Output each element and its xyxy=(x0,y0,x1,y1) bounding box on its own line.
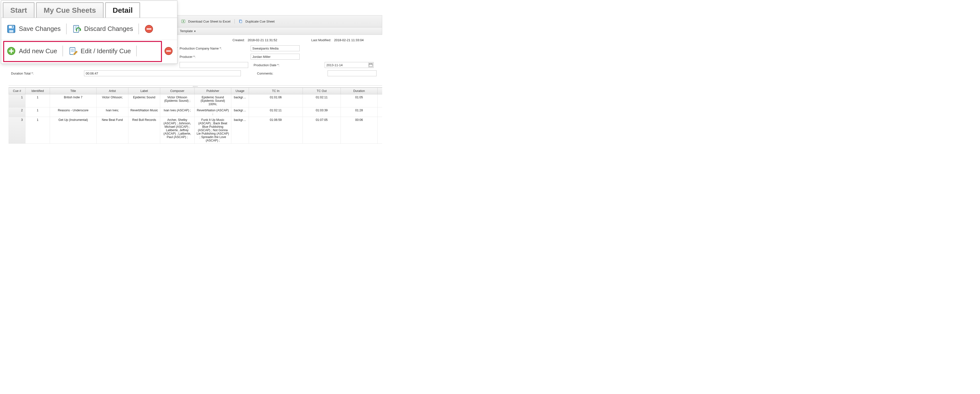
discard-changes-label: Discard Changes xyxy=(84,25,133,33)
prod-date-input[interactable] xyxy=(325,62,374,68)
tab-my-cue-sheets[interactable]: My Cue Sheets xyxy=(36,2,103,18)
add-icon xyxy=(6,46,16,56)
grid-resize-handle[interactable]: •••• xyxy=(9,86,382,88)
template-dropdown[interactable]: Template ▼ xyxy=(180,29,196,33)
cell-duration: 01:05 xyxy=(341,94,377,107)
col-usage[interactable]: Usage xyxy=(231,88,249,94)
save-changes-button[interactable]: Save Changes xyxy=(5,23,62,35)
cell-publisher: Epidemic Sound (Epidemic Sound) 100%; xyxy=(194,94,231,107)
svg-rect-18 xyxy=(147,28,151,29)
duplicate-icon xyxy=(239,19,243,23)
separator xyxy=(66,24,67,34)
svg-rect-21 xyxy=(9,51,14,52)
cell-tc-out: 01:07:05 xyxy=(303,117,341,144)
cell-usage: backgr… xyxy=(231,107,249,117)
col-composer[interactable]: Composer xyxy=(160,88,194,94)
cell-artist: Ivan Ives; xyxy=(97,107,128,117)
svg-rect-29 xyxy=(166,51,171,52)
cell-usage: backgr… xyxy=(231,94,249,107)
table-row[interactable]: 11British Indie 7Victor Ohlsson;Epidemic… xyxy=(9,94,382,107)
table-row[interactable]: 21Reasons - UnderscoreIvan Ives;ReverbNa… xyxy=(9,107,382,117)
cell-tc-in: 01:01:06 xyxy=(249,94,303,107)
col-artist[interactable]: Artist xyxy=(97,88,128,94)
excel-icon: X xyxy=(181,19,185,23)
col-cue-no[interactable]: Cue # xyxy=(9,88,25,94)
delete-button-1[interactable] xyxy=(143,23,154,35)
modified-value: 2018-02-21 11:33:04 xyxy=(334,38,364,42)
cell-identified: 1 xyxy=(25,107,50,117)
comments-input[interactable] xyxy=(328,70,377,76)
discard-changes-button[interactable]: Discard Changes xyxy=(70,23,135,35)
edit-identify-cue-button[interactable]: Edit / Identify Cue xyxy=(67,45,132,57)
col-tc-in[interactable]: TC In xyxy=(249,88,303,94)
duration-total-label: Duration Total *: xyxy=(11,72,33,75)
col-tc-out[interactable]: TC Out xyxy=(303,88,341,94)
cell-publisher: ReverbNation (ASCAP) ; xyxy=(194,107,231,117)
cell-composer: Ivan Ives (ASCAP) ; xyxy=(160,107,194,117)
cue-grid: •••• Cue # Identified Title Artist Label xyxy=(9,85,382,144)
cell-duration: 01:28 xyxy=(341,107,377,117)
cell-spacer xyxy=(377,107,382,117)
cell-tc-out: 01:03:39 xyxy=(303,107,341,117)
discard-icon xyxy=(72,24,81,33)
cell-usage: backgr… xyxy=(231,117,249,144)
modified-label: Last Modified: xyxy=(312,38,331,42)
cell-tc-out: 01:02:11 xyxy=(303,94,341,107)
col-duration[interactable]: Duration xyxy=(341,88,377,94)
overlay-toolbar-1: Save Changes Discard Changes xyxy=(1,18,177,40)
producer-input[interactable] xyxy=(251,54,300,60)
separator xyxy=(136,46,137,56)
separator xyxy=(138,24,139,34)
template-label: Template xyxy=(180,29,193,33)
unknown-input-1[interactable] xyxy=(180,62,248,68)
company-label: Production Company Name *: xyxy=(180,46,222,50)
cell-spacer xyxy=(377,94,382,107)
col-label[interactable]: Label xyxy=(128,88,160,94)
svg-rect-11 xyxy=(12,26,13,28)
delete-icon xyxy=(164,46,173,56)
cell-artist: New Beat Fund xyxy=(97,117,128,144)
cell-publisher: Funk It Up Music (ASCAP) ; Back Beat Blu… xyxy=(194,117,231,144)
prod-date-label: Production Date *: xyxy=(254,63,280,67)
separator xyxy=(234,19,235,24)
company-input[interactable] xyxy=(251,45,300,51)
col-identified[interactable]: Identified xyxy=(25,88,50,94)
cell-composer: Victor Ohlsson (Epidemic Sound) ; xyxy=(160,94,194,107)
tab-detail[interactable]: Detail xyxy=(105,2,140,18)
tab-start[interactable]: Start xyxy=(3,2,35,18)
chevron-down-icon: ▼ xyxy=(194,30,196,33)
overlay-tabs: Start My Cue Sheets Detail xyxy=(1,1,177,18)
col-publisher[interactable]: Publisher xyxy=(194,88,231,94)
producer-label: Producer *: xyxy=(180,55,196,59)
cell-artist: Victor Ohlsson; xyxy=(97,94,128,107)
cell-composer: Archer, Shelby (ASCAP) ; Johnson, Michae… xyxy=(160,117,194,144)
cell-identified: 1 xyxy=(25,117,50,144)
save-icon xyxy=(6,24,16,33)
delete-icon xyxy=(144,24,154,33)
cell-cue-no: 3 xyxy=(9,117,25,144)
comments-label: Comments: xyxy=(257,72,273,75)
add-new-cue-button[interactable]: Add new Cue xyxy=(5,45,59,57)
calendar-icon[interactable] xyxy=(368,62,373,67)
download-excel-button[interactable]: Download Cue Sheet to Excel xyxy=(188,20,231,23)
edit-identify-cue-label: Edit / Identify Cue xyxy=(81,47,131,55)
add-new-cue-label: Add new Cue xyxy=(19,47,57,55)
cell-label: Epidemic Sound xyxy=(128,94,160,107)
cell-tc-in: 01:02:11 xyxy=(249,107,303,117)
duplicate-cue-sheet-button[interactable]: Duplicate Cue Sheet xyxy=(245,20,275,23)
grid-header-row: Cue # Identified Title Artist Label Comp… xyxy=(9,88,382,94)
svg-rect-10 xyxy=(9,30,13,32)
created-value: 2018-02-21 11:31:52 xyxy=(248,38,277,42)
cell-identified: 1 xyxy=(25,94,50,107)
col-title[interactable]: Title xyxy=(50,88,97,94)
cell-cue-no: 2 xyxy=(9,107,25,117)
cell-title: British Indie 7 xyxy=(50,94,97,107)
created-label: Created: xyxy=(232,38,245,42)
duration-total-input[interactable] xyxy=(84,70,241,76)
table-row[interactable]: 31Get Up (Instrumental)New Beat FundRed … xyxy=(9,117,382,144)
cell-cue-no: 1 xyxy=(9,94,25,107)
cell-label: ReverbNation Music xyxy=(128,107,160,117)
overlay-panel: Start My Cue Sheets Detail Save Changes … xyxy=(1,0,177,64)
svg-rect-5 xyxy=(369,64,372,64)
delete-button-2[interactable] xyxy=(162,45,173,57)
